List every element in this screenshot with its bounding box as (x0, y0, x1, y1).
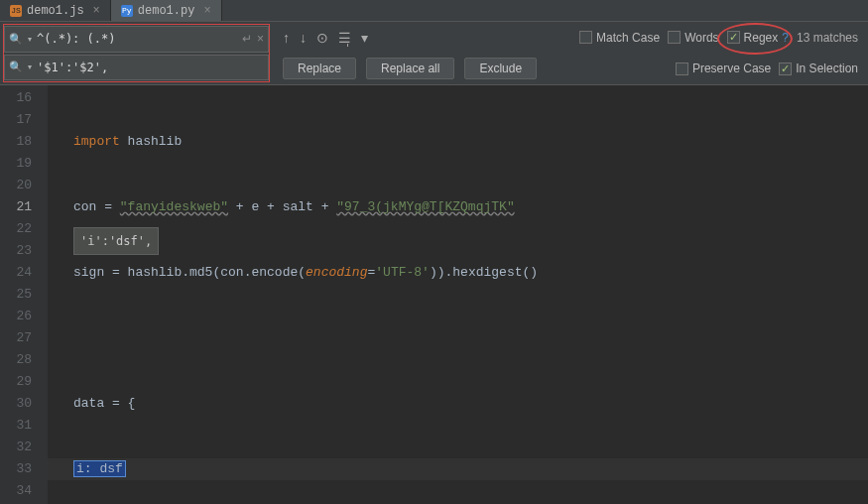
preserve-case-checkbox[interactable]: Preserve Case (676, 62, 771, 75)
search-toolbar: ↑ ↓ ⊙ ☰̩ ▾ Match Case Words Regex ? 13 m… (273, 22, 868, 84)
prev-occurrence-icon[interactable]: ↑ (283, 30, 290, 46)
tab-demo1-py[interactable]: Py demo1.py × (111, 0, 222, 21)
match-count: 13 matches (797, 31, 858, 45)
add-selection-icon[interactable]: ☰̩ (338, 30, 351, 46)
replace-preview-tooltip: 'i':'dsf', (73, 227, 159, 255)
code-body[interactable]: import hashlib con = "fanyideskweb" + e … (48, 85, 868, 504)
regex-checkbox[interactable]: Regex (727, 31, 779, 45)
replace-input[interactable] (37, 61, 264, 74)
replace-button[interactable]: Replace (283, 58, 356, 79)
tab-label: demo1.js (27, 4, 84, 18)
match-case-checkbox[interactable]: Match Case (579, 31, 660, 45)
find-replace-panel: 🔍 ▾ ↵ × 🔍 ▾ ↑ ↓ ⊙ ☰̩ ▾ Match Case Wor (0, 22, 868, 85)
clear-icon[interactable]: × (257, 32, 264, 46)
close-icon[interactable]: × (203, 4, 210, 18)
filter-icon[interactable]: ▾ (361, 30, 368, 46)
exclude-button[interactable]: Exclude (464, 58, 537, 79)
regex-checkbox-group: Regex ? (727, 31, 789, 45)
gutter: 16 17 18 19 20 21 22 23 24 25 26 27 28 2… (0, 85, 48, 504)
tab-demo1-js[interactable]: JS demo1.js × (0, 0, 111, 21)
find-row: 🔍 ▾ ↵ × (4, 26, 269, 53)
find-input[interactable] (37, 32, 237, 46)
search-icon: 🔍 (9, 33, 23, 46)
editor-tabbar: JS demo1.js × Py demo1.py × (0, 0, 868, 22)
words-checkbox[interactable]: Words (668, 31, 718, 45)
search-fields: 🔍 ▾ ↵ × 🔍 ▾ (0, 22, 273, 84)
tab-label: demo1.py (138, 4, 195, 18)
close-icon[interactable]: × (93, 4, 100, 18)
in-selection-checkbox[interactable]: In Selection (779, 62, 858, 75)
regex-help-icon[interactable]: ? (782, 31, 789, 45)
search-icon: 🔍 (9, 61, 23, 73)
py-file-icon: Py (121, 5, 133, 17)
js-file-icon: JS (10, 5, 22, 17)
next-occurrence-icon[interactable]: ↓ (300, 30, 307, 46)
enter-icon[interactable]: ↵ (242, 32, 252, 46)
select-all-icon[interactable]: ⊙ (316, 30, 328, 46)
chevron-down-icon[interactable]: ▾ (28, 35, 32, 44)
replace-all-button[interactable]: Replace all (366, 58, 454, 79)
editor-area: 16 17 18 19 20 21 22 23 24 25 26 27 28 2… (0, 85, 868, 504)
match-highlight: i: dsf (73, 460, 126, 477)
replace-row: 🔍 ▾ (4, 55, 269, 81)
chevron-down-icon[interactable]: ▾ (28, 63, 32, 71)
